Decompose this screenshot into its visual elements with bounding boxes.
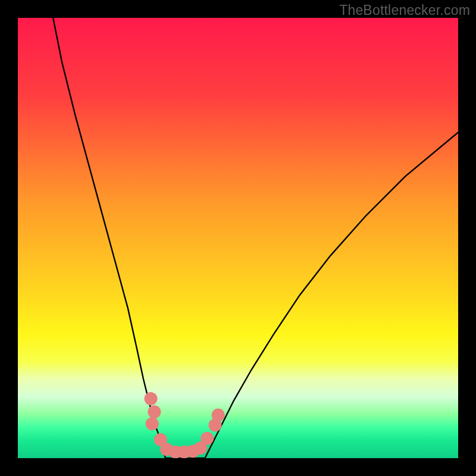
data-marker xyxy=(148,405,161,418)
watermark-text: TheBottlenecker.com xyxy=(339,2,470,18)
data-marker xyxy=(201,432,214,445)
curve-line xyxy=(53,18,458,458)
data-markers xyxy=(144,392,224,458)
chart-frame: TheBottlenecker.com xyxy=(0,0,476,476)
data-marker xyxy=(212,408,225,421)
chart-curves xyxy=(18,18,458,458)
data-marker xyxy=(144,392,157,405)
data-marker xyxy=(146,417,159,430)
plot-area xyxy=(18,18,458,458)
